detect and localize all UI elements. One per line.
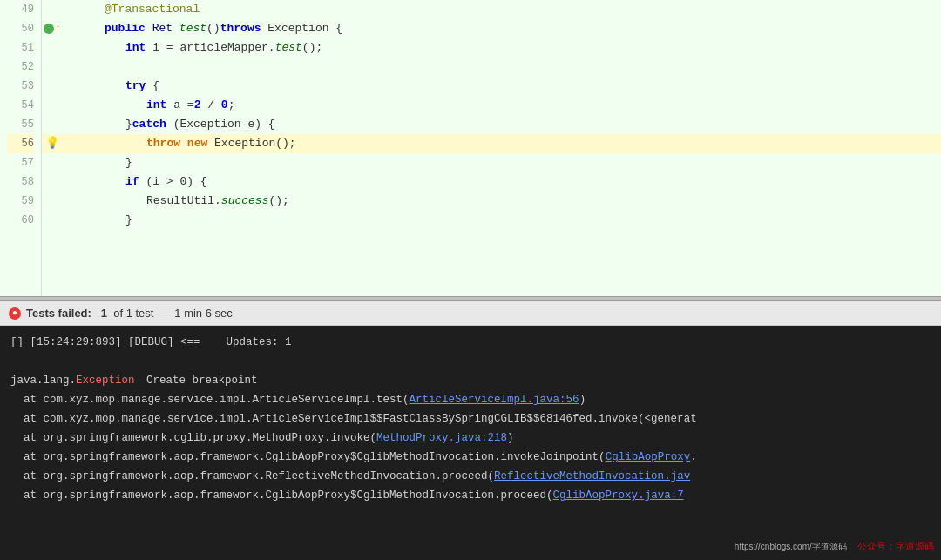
editor-section: 49 50 51 52 53 54 55 56 57 58 59 60 ↑ [0,0,941,296]
code-line-59: ResultUtil. success (); [63,192,941,211]
code-line-55: } catch (Exception e) { [63,115,941,134]
line-num-53: 53 [7,77,34,96]
console-line-1: [] [15:24:29:893] [DEBUG] <== Updates: 1 [10,333,931,352]
number-2: 2 [194,96,201,115]
stack-line-6: at org.springframework.aop.framework.Cgl… [10,486,931,505]
gutter-57 [42,153,63,172]
console-line-2 [10,352,931,371]
code-line-54: int a = 2 / 0 ; [63,96,941,115]
stack-link-6[interactable]: CglibAopProxy.java:7 [553,489,684,502]
line-num-57: 57 [7,153,34,172]
line-numbers: 49 50 51 52 53 54 55 56 57 58 59 60 [0,0,42,296]
debug-green-icon [44,24,54,34]
gutter-54 [42,96,63,115]
line-num-50: 50 [7,19,34,38]
gutter-52 [42,57,63,77]
keyword-catch: catch [132,115,166,134]
exception-class: Exception [76,374,135,387]
type-ret: Ret [152,19,173,38]
gutter-56[interactable]: 💡 [42,134,63,153]
keyword-int-54: int [146,96,166,115]
watermark-label: 公众号：字道源码 [857,541,934,551]
code-line-51: int i = articleMapper. test (); [63,38,941,57]
keyword-try: try [125,77,146,96]
create-breakpoint-text[interactable]: Create breakpoint [146,374,258,387]
keyword-int-51: int [125,38,146,57]
console-line-exception: java.lang.Exception Create breakpoint [10,371,931,390]
code-line-60: } [63,211,941,230]
gutter-60 [42,211,63,230]
error-duration: — 1 min 6 sec [160,307,233,320]
debug-arrow-icon: ↑ [55,19,61,38]
error-icon: ● [9,307,21,320]
stack-link-3[interactable]: MethodProxy.java:218 [376,432,507,444]
status-text: Tests failed: 1 of 1 test — 1 min 6 sec [26,301,233,326]
stack-line-3: at org.springframework.cglib.proxy.Metho… [10,428,931,448]
line-num-58: 58 [7,172,34,192]
code-line-50: public Ret test () throws Exception { [63,19,941,38]
gutter-55 [42,115,63,134]
gutter-58 [42,172,63,192]
number-0: 0 [221,96,228,115]
tests-failed-label: Tests failed: [26,307,91,320]
stack-line-2: at com.xyz.mop.manage.service.impl.Artic… [10,409,931,428]
gutter-53 [42,77,63,96]
line-num-52: 52 [7,57,34,77]
line-num-49: 49 [7,0,34,19]
gutter-50[interactable]: ↑ [42,19,63,38]
keyword-if: if [125,172,139,192]
status-bar: ● Tests failed: 1 of 1 test — 1 min 6 se… [0,301,941,326]
keyword-public: public [105,19,146,38]
stack-link-1[interactable]: ArticleServiceImpl.java:56 [410,394,579,406]
gutter: ↑ 💡 [42,0,63,296]
code-lines: @Transactional public Ret test () throws… [63,0,941,296]
line-num-60: 60 [7,211,34,230]
bulb-icon: 💡 [45,134,59,153]
watermark-url: https://cnblogs.com/字道源码 [735,542,847,551]
code-line-58: if (i > 0) { [63,172,941,192]
method-test: test [179,19,206,38]
stack-link-5[interactable]: ReflectiveMethodInvocation.jav [494,470,690,482]
stack-line-1: at com.xyz.mop.manage.service.impl.Artic… [10,390,931,409]
method-success: success [221,192,269,211]
annotation-transactional: @Transactional [105,0,200,19]
method-test-call: test [275,38,302,57]
code-line-52 [63,57,941,77]
watermark: https://cnblogs.com/字道源码 公众号：字道源码 [735,540,934,553]
keyword-throw: throw [146,134,180,153]
code-line-57: } [63,153,941,172]
line-num-56: 56 [7,134,34,153]
stack-link-4[interactable]: CglibAopProxy [606,451,691,463]
stack-line-5: at org.springframework.aop.framework.Ref… [10,467,931,486]
keyword-new: new [187,134,207,153]
code-line-53: try { [63,77,941,96]
code-line-49: @Transactional [63,0,941,19]
code-line-56: throw new Exception(); [63,134,941,153]
line-num-51: 51 [7,38,34,57]
gutter-49 [42,0,63,19]
gutter-59 [42,192,63,211]
error-count: 1 [101,307,107,320]
error-of: of 1 test [113,307,153,320]
gutter-51 [42,38,63,57]
exception-prefix: java.lang. [10,374,76,387]
stack-line-4: at org.springframework.aop.framework.Cgl… [10,448,931,467]
line-num-54: 54 [7,96,34,115]
line-num-55: 55 [7,115,34,134]
console-section: [] [15:24:29:893] [DEBUG] <== Updates: 1… [0,326,941,559]
line-num-59: 59 [7,192,34,211]
